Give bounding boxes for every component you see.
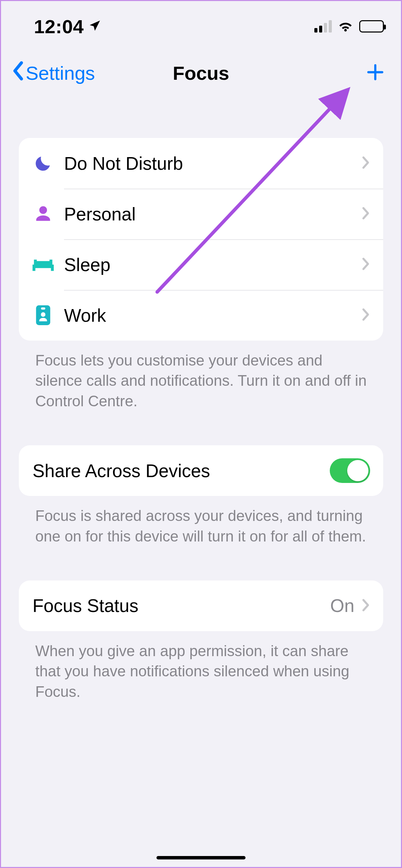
svg-point-2 bbox=[41, 312, 45, 317]
focus-row-do-not-disturb[interactable]: Do Not Disturb bbox=[19, 138, 383, 189]
focus-status-group: Focus Status On bbox=[19, 580, 383, 631]
back-button[interactable]: Settings bbox=[11, 61, 95, 86]
status-time: 12:04 bbox=[34, 15, 84, 38]
battery-icon bbox=[359, 20, 384, 33]
focus-row-work[interactable]: Work bbox=[19, 290, 383, 341]
focus-row-label: Do Not Disturb bbox=[64, 153, 361, 174]
back-label: Settings bbox=[26, 62, 95, 84]
focus-status-label: Focus Status bbox=[33, 595, 330, 616]
focus-status-row[interactable]: Focus Status On bbox=[19, 580, 383, 631]
focus-row-label: Work bbox=[64, 305, 361, 326]
share-group: Share Across Devices bbox=[19, 445, 383, 496]
bed-icon bbox=[33, 254, 54, 275]
chevron-right-icon bbox=[361, 308, 370, 323]
person-icon bbox=[33, 203, 54, 225]
chevron-right-icon bbox=[361, 206, 370, 221]
focus-modes-footer: Focus lets you customise your devices an… bbox=[19, 341, 383, 411]
home-indicator[interactable] bbox=[156, 856, 246, 859]
chevron-right-icon bbox=[361, 257, 370, 272]
chevron-right-icon bbox=[361, 156, 370, 171]
add-button[interactable] bbox=[366, 63, 385, 83]
focus-row-label: Personal bbox=[64, 204, 361, 225]
focus-row-sleep[interactable]: Sleep bbox=[19, 239, 383, 290]
focus-row-personal[interactable]: Personal bbox=[19, 189, 383, 239]
share-label: Share Across Devices bbox=[33, 460, 330, 481]
focus-row-label: Sleep bbox=[64, 254, 361, 275]
share-toggle[interactable] bbox=[330, 458, 370, 483]
share-footer: Focus is shared across your devices, and… bbox=[19, 496, 383, 546]
chevron-right-icon bbox=[361, 598, 370, 613]
cellular-icon bbox=[314, 20, 332, 33]
focus-status-value: On bbox=[330, 595, 354, 616]
chevron-left-icon bbox=[11, 61, 25, 86]
status-bar: 12:04 bbox=[1, 1, 401, 42]
nav-bar: Settings Focus bbox=[1, 42, 401, 90]
location-icon bbox=[88, 19, 102, 34]
badge-icon bbox=[33, 305, 54, 326]
focus-status-footer: When you give an app permission, it can … bbox=[19, 631, 383, 702]
plus-icon bbox=[366, 77, 385, 82]
focus-modes-group: Do Not Disturb Personal Sleep bbox=[19, 138, 383, 341]
svg-rect-1 bbox=[41, 307, 45, 309]
share-row: Share Across Devices bbox=[19, 445, 383, 496]
wifi-icon bbox=[337, 19, 354, 34]
moon-icon bbox=[33, 153, 54, 174]
